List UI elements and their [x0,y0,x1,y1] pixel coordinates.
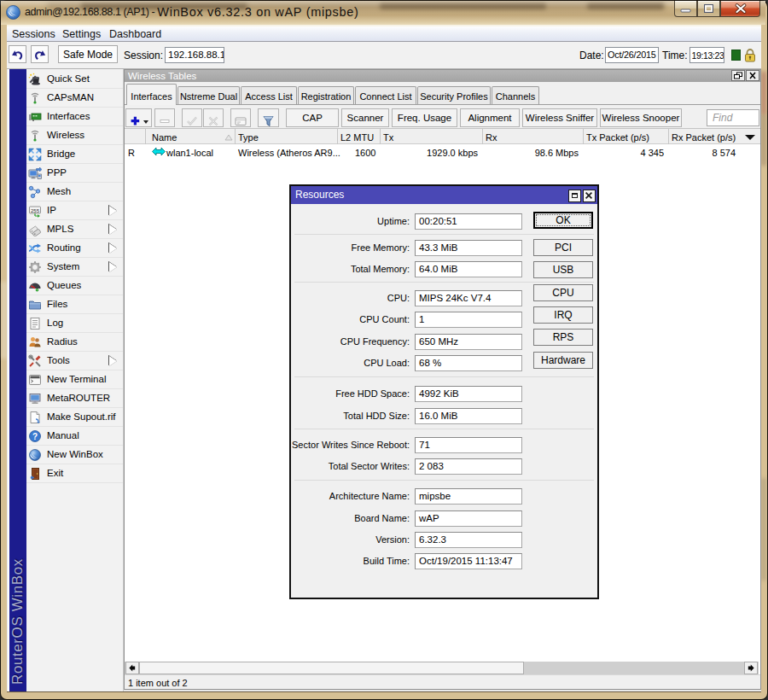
svg-text:255: 255 [31,208,40,213]
svg-text:?: ? [32,432,38,441]
